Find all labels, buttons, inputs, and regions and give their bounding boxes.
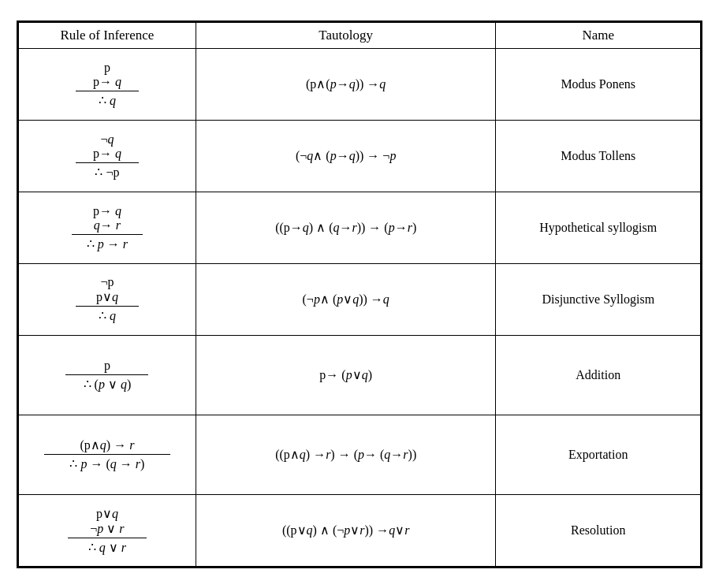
tautology-hyp-syllogism: ((p→ q) ∧ (q → r)) → (p → r) (196, 192, 496, 263)
table-row: (p∧q) → r ∴ p → (q → r) ((p∧q) → r) → (p… (19, 415, 701, 494)
name-exportation: Exportation (496, 419, 700, 490)
table-row: p ∴ (p ∨ q) p→ (p ∨ q) Addition (19, 335, 701, 415)
rule-resolution: p∨q ¬p ∨ r ∴ q ∨ r (19, 495, 196, 566)
name-addition: Addition (496, 340, 700, 411)
name-modus-tollens: Modus Tollens (496, 121, 700, 192)
tautology-modus-ponens: (p∧(p → q)) → q (196, 49, 496, 120)
table-row: ¬q p→ q ∴ ¬p (¬q ∧ (p → q)) → ¬p (19, 120, 701, 192)
table-row: p p→ q ∴ q (p∧(p → q)) → q (19, 48, 701, 120)
table-row: ¬p p∨q ∴ q (¬p ∧ (p ∨ q)) → q (19, 263, 701, 335)
tautology-addition: p→ (p ∨ q) (196, 340, 496, 411)
name-resolution: Resolution (496, 495, 700, 566)
header-name: Name (496, 22, 701, 48)
rule-modus-tollens: ¬q p→ q ∴ ¬p (19, 121, 196, 192)
table-row: p∨q ¬p ∨ r ∴ q ∨ r ((p∨q) ∧ (¬p ∨ r)) → … (19, 494, 701, 566)
header-rule: Rule of Inference (19, 22, 196, 48)
tautology-modus-tollens: (¬q ∧ (p → q)) → ¬p (196, 121, 496, 192)
tautology-exportation: ((p∧q) → r) → (p → (q → r)) (196, 419, 496, 490)
tautology-disj-syllogism: (¬p ∧ (p ∨ q)) → q (196, 264, 496, 335)
rule-addition: p ∴ (p ∨ q) (19, 336, 196, 415)
rule-hyp-syllogism: p→ q q→ r ∴ p → r (19, 192, 196, 263)
tautology-resolution: ((p∨q) ∧ (¬p ∨ r)) → q ∨ r (196, 495, 496, 566)
name-modus-ponens: Modus Ponens (496, 49, 700, 120)
table-row: p→ q q→ r ∴ p → r ((p→ q) ∧ (q → r)) → (… (19, 192, 701, 263)
rule-exportation: (p∧q) → r ∴ p → (q → r) (19, 415, 196, 494)
rule-disj-syllogism: ¬p p∨q ∴ q (19, 264, 196, 335)
name-disj-syllogism: Disjunctive Syllogism (496, 264, 700, 335)
name-hyp-syllogism: Hypothetical syllogism (496, 192, 700, 263)
rule-modus-ponens: p p→ q ∴ q (19, 49, 196, 120)
inference-table: Rule of Inference Tautology Name p p→ q (17, 20, 702, 568)
header-tautology: Tautology (196, 22, 496, 48)
